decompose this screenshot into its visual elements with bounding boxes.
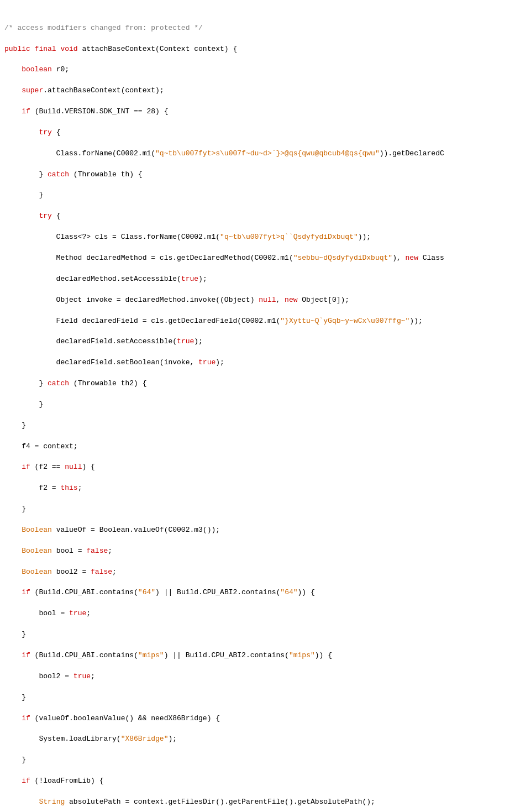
code-line-26: Boolean bool = false; bbox=[0, 546, 515, 557]
code-line-1: /* access modifiers changed from: protec… bbox=[0, 23, 515, 34]
code-line-38: String absolutePath = context.getFilesDi… bbox=[0, 797, 515, 808]
code-line-18: } catch (Throwable th2) { bbox=[0, 379, 515, 389]
code-line-4: super.attachBaseContext(context); bbox=[0, 86, 515, 96]
code-line-6: try { bbox=[0, 128, 515, 138]
code-line-23: f2 = this; bbox=[0, 483, 515, 494]
code-line-31: if (Build.CPU_ABI.contains("mips") || Bu… bbox=[0, 651, 515, 661]
code-line-19: } bbox=[0, 400, 515, 410]
code-line-25: Boolean valueOf = Boolean.valueOf(C0002.… bbox=[0, 525, 515, 536]
code-line-29: bool = true; bbox=[0, 609, 515, 619]
code-line-13: declaredMethod.setAccessible(true); bbox=[0, 274, 515, 285]
code-line-28: if (Build.CPU_ABI.contains("64") || Buil… bbox=[0, 588, 515, 598]
code-line-3: boolean r0; bbox=[0, 65, 515, 75]
code-container: /* access modifiers changed from: protec… bbox=[0, 0, 515, 812]
code-line-21: f4 = context; bbox=[0, 442, 515, 452]
code-line-12: Method declaredMethod = cls.getDeclaredM… bbox=[0, 253, 515, 264]
code-line-35: System.loadLibrary("X86Bridge"); bbox=[0, 734, 515, 745]
code-line-30: } bbox=[0, 630, 515, 640]
code-line-9: } bbox=[0, 190, 515, 201]
code-line-5: if (Build.VERSION.SDK_INT == 28) { bbox=[0, 107, 515, 117]
code-line-14: Object invoke = declaredMethod.invoke((O… bbox=[0, 295, 515, 306]
code-line-37: if (!loadFromLib) { bbox=[0, 776, 515, 787]
code-line-36: } bbox=[0, 755, 515, 766]
code-line-8: } catch (Throwable th) { bbox=[0, 170, 515, 180]
code-line-22: if (f2 == null) { bbox=[0, 462, 515, 473]
code-line-27: Boolean bool2 = false; bbox=[0, 567, 515, 578]
code-line-33: } bbox=[0, 693, 515, 703]
code-line-10: try { bbox=[0, 211, 515, 222]
code-line-17: declaredField.setBoolean(invoke, true); bbox=[0, 358, 515, 368]
code-line-16: declaredField.setAccessible(true); bbox=[0, 337, 515, 347]
code-line-20: } bbox=[0, 421, 515, 431]
code-line-15: Field declaredField = cls.getDeclaredFie… bbox=[0, 316, 515, 327]
code-line-2: public final void attachBaseContext(Cont… bbox=[0, 44, 515, 55]
code-line-7: Class.forName(C0002.m1("q~tb\u007fyt>s\u… bbox=[0, 149, 515, 159]
code-line-24: } bbox=[0, 504, 515, 515]
code-line-32: bool2 = true; bbox=[0, 672, 515, 682]
code-line-34: if (valueOf.booleanValue() && needX86Bri… bbox=[0, 714, 515, 724]
code-line-11: Class<?> cls = Class.forName(C0002.m1("q… bbox=[0, 232, 515, 243]
